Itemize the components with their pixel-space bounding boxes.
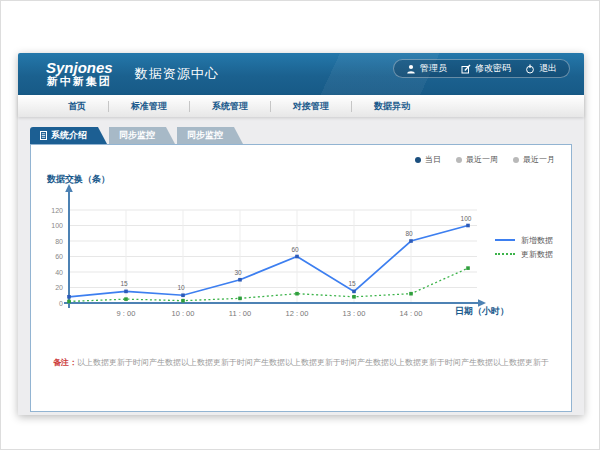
user-name-label: 管理员 xyxy=(420,62,447,75)
svg-text:40: 40 xyxy=(55,269,63,276)
svg-text:30: 30 xyxy=(234,269,242,276)
svg-text:60: 60 xyxy=(291,246,299,253)
tab-label: 系统介绍 xyxy=(51,129,87,142)
nav-divider xyxy=(108,101,109,112)
legend-label: 更新数据 xyxy=(521,249,553,260)
blue-line-swatch xyxy=(495,239,515,241)
change-password-label: 修改密码 xyxy=(475,62,511,75)
tab-bar: 系统介绍 同步监控 同步监控 xyxy=(30,127,243,144)
tab-sync-monitor-2[interactable]: 同步监控 xyxy=(177,127,243,144)
svg-text:10: 10 xyxy=(177,284,185,291)
svg-text:80: 80 xyxy=(55,238,63,245)
svg-text:13 : 00: 13 : 00 xyxy=(343,309,366,318)
svg-text:12 : 00: 12 : 00 xyxy=(286,309,309,318)
tab-system-intro[interactable]: 系统介绍 xyxy=(30,127,107,144)
svg-text:15: 15 xyxy=(348,280,356,287)
svg-text:14 : 00: 14 : 00 xyxy=(400,309,423,318)
logout-button[interactable]: 退出 xyxy=(525,62,557,75)
svg-text:11 : 00: 11 : 00 xyxy=(229,309,251,318)
svg-text:20: 20 xyxy=(55,284,63,291)
svg-text:0: 0 xyxy=(59,300,63,307)
company-logo: Synjones 新中新集团 xyxy=(46,60,113,87)
document-icon xyxy=(40,131,47,140)
tab-label: 同步监控 xyxy=(119,129,155,142)
footnote: 备注：以上数据更新于时间产生数据以上数据更新于时间产生数据以上数据更新于时间产生… xyxy=(53,357,561,368)
exchange-line-chart: 0204060801001209 : 0010 : 0011 : 0012 : … xyxy=(31,145,571,411)
main-nav: 首页 标准管理 系统管理 对接管理 数据异动 xyxy=(18,95,584,117)
x-axis-title: 日期（小时） xyxy=(455,305,509,318)
nav-divider xyxy=(270,101,271,112)
chart-panel: 当日 最近一周 最近一月 数据交换（条） 0204060801001209 : … xyxy=(30,144,572,412)
tab-label: 同步监控 xyxy=(187,129,223,142)
logo-text-en: Synjones xyxy=(46,60,113,76)
svg-text:10 : 00: 10 : 00 xyxy=(172,309,195,318)
svg-text:80: 80 xyxy=(405,230,413,237)
nav-item-data-change[interactable]: 数据异动 xyxy=(360,100,424,113)
user-menu: 管理员 修改密码 退出 xyxy=(393,59,570,78)
footnote-prefix: 备注： xyxy=(53,358,77,367)
app-window: Synjones 新中新集团 数据资源中心 管理员 修改密码 xyxy=(18,53,584,415)
nav-divider xyxy=(351,101,352,112)
svg-text:60: 60 xyxy=(55,253,63,260)
svg-text:100: 100 xyxy=(51,222,63,229)
screen: Synjones 新中新集团 数据资源中心 管理员 修改密码 xyxy=(0,0,600,450)
svg-text:15: 15 xyxy=(120,280,128,287)
logo-text-cn: 新中新集团 xyxy=(46,76,113,88)
content-area: 系统介绍 同步监控 同步监控 当日 最近一周 xyxy=(18,117,584,415)
nav-divider xyxy=(189,101,190,112)
footnote-text: 以上数据更新于时间产生数据以上数据更新于时间产生数据以上数据更新于时间产生数据以… xyxy=(77,358,549,367)
header: Synjones 新中新集团 数据资源中心 管理员 修改密码 xyxy=(18,53,584,95)
page-title: 数据资源中心 xyxy=(135,65,219,83)
user-name-button[interactable]: 管理员 xyxy=(406,62,447,75)
nav-item-home[interactable]: 首页 xyxy=(54,100,100,113)
edit-icon xyxy=(461,64,471,74)
change-password-button[interactable]: 修改密码 xyxy=(461,62,511,75)
user-icon xyxy=(406,64,416,74)
svg-text:9 : 00: 9 : 00 xyxy=(117,309,136,318)
tab-sync-monitor-1[interactable]: 同步监控 xyxy=(109,127,175,144)
green-dotted-swatch xyxy=(495,253,515,255)
legend-item-updated-data: 更新数据 xyxy=(495,247,553,261)
logout-label: 退出 xyxy=(539,62,557,75)
legend-item-new-data: 新增数据 xyxy=(495,233,553,247)
nav-item-standard-mgmt[interactable]: 标准管理 xyxy=(117,100,181,113)
svg-text:120: 120 xyxy=(51,207,63,214)
power-icon xyxy=(525,64,535,74)
nav-item-system-mgmt[interactable]: 系统管理 xyxy=(198,100,262,113)
svg-text:100: 100 xyxy=(461,215,472,222)
nav-item-interface-mgmt[interactable]: 对接管理 xyxy=(279,100,343,113)
series-legend: 新增数据 更新数据 xyxy=(495,233,553,261)
legend-label: 新增数据 xyxy=(521,235,553,246)
